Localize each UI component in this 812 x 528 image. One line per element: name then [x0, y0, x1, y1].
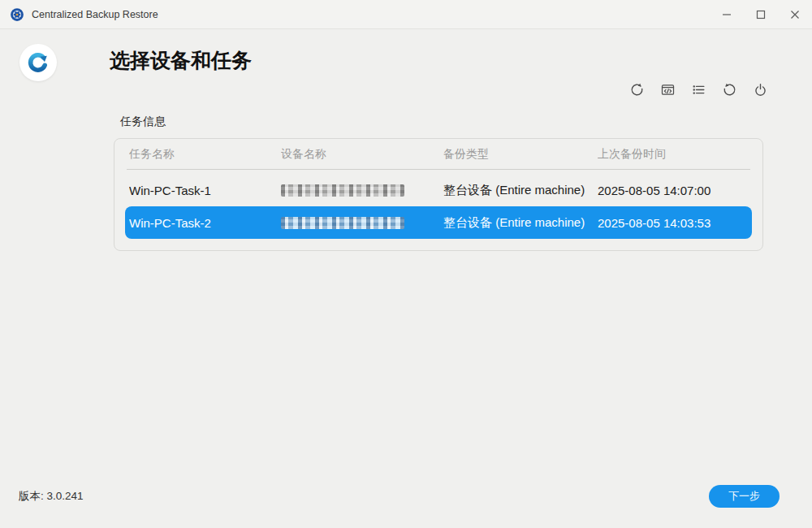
minimize-icon[interactable]: [710, 0, 744, 28]
header-task-name: 任务名称: [129, 147, 281, 162]
task-name: Win-PC-Task-2: [129, 216, 281, 230]
header-backup-type: 备份类型: [443, 147, 598, 162]
table-row-selected[interactable]: Win-PC-Task-2 整台设备 (Entire machine) 2025…: [125, 206, 752, 239]
log-list-icon[interactable]: [689, 80, 708, 99]
toolbar: [627, 80, 770, 99]
backup-type: 整台设备 (Entire machine): [443, 183, 598, 198]
window-title: Centralized Backup Restore: [32, 9, 158, 20]
table-row[interactable]: Win-PC-Task-1 整台设备 (Entire machine) 2025…: [125, 174, 752, 206]
next-button[interactable]: 下一步: [709, 485, 780, 508]
device-name-redacted: [281, 217, 404, 229]
last-backup-time: 2025-08-05 14:03:53: [598, 216, 752, 230]
power-icon[interactable]: [750, 80, 770, 99]
console-icon[interactable]: [658, 80, 677, 99]
close-icon[interactable]: [778, 0, 812, 28]
last-backup-time: 2025-08-05 14:07:00: [598, 184, 752, 197]
restore-logo-icon: [19, 44, 57, 81]
title-bar: Centralized Backup Restore: [0, 0, 812, 29]
app-logo-icon: [10, 7, 24, 22]
task-table: 任务名称 设备名称 备份类型 上次备份时间 Win-PC-Task-1 整台设备…: [114, 138, 763, 251]
table-header-row: 任务名称 设备名称 备份类型 上次备份时间: [114, 139, 762, 169]
page-title: 选择设备和任务: [110, 47, 252, 74]
device-name-redacted: [281, 184, 404, 197]
task-info-label: 任务信息: [120, 115, 166, 129]
maximize-icon[interactable]: [744, 0, 778, 28]
refresh-icon[interactable]: [627, 80, 646, 99]
header-device-name: 设备名称: [281, 147, 443, 162]
backup-type: 整台设备 (Entire machine): [443, 215, 598, 231]
version-text: 版本: 3.0.241: [19, 489, 84, 504]
task-name: Win-PC-Task-1: [129, 184, 281, 197]
restore-icon[interactable]: [719, 80, 739, 99]
header-last-backup-time: 上次备份时间: [598, 147, 762, 162]
